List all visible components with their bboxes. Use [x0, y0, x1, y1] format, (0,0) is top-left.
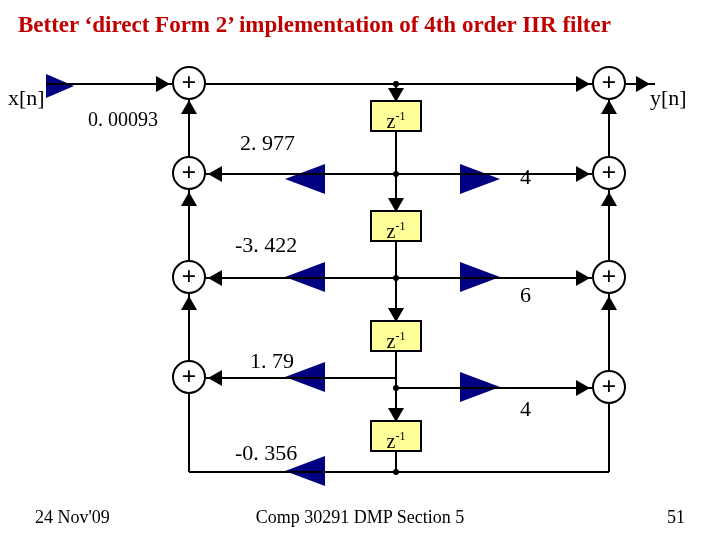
output-label: y[n]: [650, 85, 687, 111]
arrowhead-icon: [601, 192, 617, 206]
coef-a1: 2. 977: [240, 130, 295, 156]
adder-right-1: +: [592, 156, 626, 190]
gain-triangle-b3: [460, 372, 500, 402]
gain-triangle-a3: [285, 362, 325, 392]
arrowhead-icon: [181, 100, 197, 114]
delay-4: z-1: [370, 420, 422, 452]
arrowhead-icon: [388, 88, 404, 102]
delay-3: z-1: [370, 320, 422, 352]
coef-b2: 6: [520, 282, 531, 308]
adder-right-2: +: [592, 260, 626, 294]
svg-point-27: [393, 385, 399, 391]
coef-b3: 4: [520, 396, 531, 422]
delay-2: z-1: [370, 210, 422, 242]
footer-course: Comp 30291 DMP Section 5: [0, 507, 720, 528]
gain-input-label: 0. 00093: [88, 108, 158, 131]
gain-triangle-a1: [285, 164, 325, 194]
adder-right-0: +: [592, 66, 626, 100]
arrowhead-icon: [208, 370, 222, 386]
adder-left-1: +: [172, 156, 206, 190]
arrowhead-icon: [601, 296, 617, 310]
arrowhead-icon: [576, 270, 590, 286]
svg-point-26: [393, 275, 399, 281]
adder-left-2: +: [172, 260, 206, 294]
gain-triangle-b2: [460, 262, 500, 292]
input-arrow-icon: [46, 74, 74, 98]
svg-point-24: [393, 81, 399, 87]
arrowhead-icon: [208, 270, 222, 286]
gain-triangle-a4: [285, 456, 325, 486]
arrowhead-icon: [181, 296, 197, 310]
delay-1: z-1: [370, 100, 422, 132]
adder-left-3: +: [172, 360, 206, 394]
arrowhead-icon: [576, 76, 590, 92]
arrowhead-icon: [576, 380, 590, 396]
adder-left-0: +: [172, 66, 206, 100]
gain-triangle-b1: [460, 164, 500, 194]
gain-triangle-a2: [285, 262, 325, 292]
arrowhead-icon: [576, 166, 590, 182]
coef-b1: 4: [520, 164, 531, 190]
input-label: x[n]: [8, 85, 45, 111]
arrowhead-icon: [181, 192, 197, 206]
svg-point-28: [393, 469, 399, 475]
arrowhead-icon: [208, 166, 222, 182]
arrowhead-icon: [601, 100, 617, 114]
arrowhead-icon: [388, 198, 404, 212]
adder-right-3: +: [592, 370, 626, 404]
arrowhead-icon: [388, 308, 404, 322]
footer-page: 51: [667, 507, 685, 528]
coef-a2: -3. 422: [235, 232, 297, 258]
svg-point-25: [393, 171, 399, 177]
arrowhead-icon: [156, 76, 170, 92]
page-title: Better ‘direct Form 2’ implementation of…: [18, 12, 611, 38]
arrowhead-icon: [388, 408, 404, 422]
arrowhead-icon: [636, 76, 650, 92]
